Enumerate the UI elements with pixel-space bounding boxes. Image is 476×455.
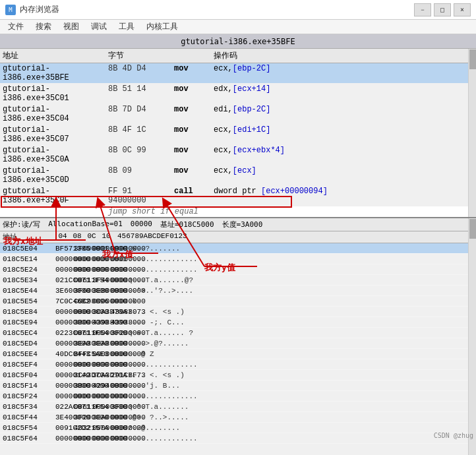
mem-row-addr: 018C5F14	[3, 382, 55, 390]
mem-byte: 00000000	[55, 340, 70, 348]
mem-byte: 3F400000	[92, 276, 107, 284]
mem-byte: 7C0C46B2	[55, 297, 70, 305]
mem-byte: 00000000	[111, 350, 125, 358]
mem-byte: 00000000	[111, 276, 125, 284]
mem-byte: 022AC071	[55, 403, 70, 411]
disasm-row[interactable]: gtutorial-i386.exe+35C0F FF 91 94000000 …	[0, 186, 468, 206]
mem-row-addr: 018C5F04	[3, 371, 55, 379]
minimize-button[interactable]: －	[414, 3, 431, 16]
disasm-scrollbar[interactable]	[468, 49, 476, 217]
close-button[interactable]: ×	[454, 3, 471, 16]
disasm-addr-6: gtutorial-i386.exe+35C0F	[3, 187, 108, 205]
mem-row-addr: 018C5E54	[3, 297, 55, 305]
mem-row[interactable]: 018C5E1400000000000000000000000100000000…	[0, 254, 468, 264]
mem-byte: 00000000	[92, 350, 107, 358]
mem-row[interactable]: 018C5E04BF5713853F6000010000000000000000…	[0, 243, 468, 254]
mem-byte: 3CA3D70A	[74, 371, 88, 379]
mem-scrollbar-thumb[interactable]	[469, 219, 476, 239]
mem-row[interactable]: 018C5EE440DC0443BFFC5AE30000000000000000…	[0, 349, 468, 359]
mem-byte: 42940000	[92, 382, 107, 390]
mem-byte: 3CA3D70A	[92, 445, 107, 446]
jump-comment-text: jump short if equal	[108, 207, 465, 216]
disasm-addr-2: gtutorial-i386.exe+35C04	[3, 105, 108, 123]
mem-ascii: q ..T.a......@?	[128, 276, 193, 284]
mem-base-addr: 基址=018C5000	[160, 220, 214, 229]
menu-view[interactable]: 视图	[58, 20, 84, 34]
mem-ascii: ................	[128, 435, 198, 442]
mem-byte: 00000000	[74, 255, 88, 263]
mem-row[interactable]: 018C5F04000001493CA3D70A3CA3D70A291CBF73…	[0, 370, 468, 380]
mem-byte: 00611F54	[74, 276, 88, 284]
mem-byte: 00000000	[55, 392, 70, 400]
mem-row[interactable]: 018C5EC40223C07100611F54000000003F200000…	[0, 328, 468, 338]
disasm-row[interactable]: gtutorial-i386.exe+35BFE 8B 4D D4 mov ec…	[0, 63, 468, 84]
mem-byte: 3E400000	[55, 413, 70, 421]
mem-row-addr: 018C5E14	[3, 255, 55, 263]
disasm-header: 地址 字节 操作码	[0, 49, 468, 63]
mem-row-addr: 018C5F64	[3, 435, 55, 442]
mem-byte: 00000149	[55, 445, 70, 446]
mem-byte: 3E600000	[55, 287, 70, 295]
disasm-addr-1: gtutorial-i386.exe+35C01	[3, 84, 108, 103]
mem-byte: 021CC071	[55, 276, 70, 284]
disasm-row[interactable]: gtutorial-i386.exe+35C01 8B 51 14 mov ed…	[0, 84, 468, 104]
mem-byte: 3EA80000	[92, 340, 107, 348]
mem-row-addr: 018C5F44	[3, 413, 55, 421]
mem-row[interactable]: 018C5E443E6000003F6000003EB0000000000000…	[0, 286, 468, 296]
disasm-op-3: ecx,[edi+1C]	[214, 125, 465, 144]
disasm-header-opcode: 操作码	[214, 50, 465, 61]
mem-row[interactable]: 018C5EF400000000000000000000000000000000…	[0, 359, 468, 370]
mem-byte: 43988073	[111, 308, 125, 316]
disasm-row[interactable]: gtutorial-i386.exe+35C0D 8B 09 mov ecx,[…	[0, 166, 468, 186]
mem-row[interactable]: 018C5E34021CC07100611F543F40000000000000…	[0, 275, 468, 286]
disasm-row[interactable]: gtutorial-i386.exe+35C04 8B 7D D4 mov ed…	[0, 104, 468, 125]
disasm-row[interactable]: gtutorial-i386.exe+35C0A 8B 0C 99 mov ec…	[0, 145, 468, 166]
menu-debug[interactable]: 调试	[86, 20, 112, 34]
window-title: 内存浏览器	[20, 4, 59, 15]
mem-row-addr: 018C5E24	[3, 266, 55, 274]
disasm-row[interactable]: gtutorial-i386.exe+35C07 8B 4F 1C mov ec…	[0, 125, 468, 145]
mem-byte: 00000000	[92, 403, 107, 411]
mem-byte: 00000000	[111, 340, 125, 348]
mem-row[interactable]: 018C5E547C0C46B2C0C988960000000000000000…	[0, 296, 468, 307]
mem-row-addr: 018C5F34	[3, 403, 55, 411]
mem-byte: 291CBF73	[111, 371, 125, 379]
mem-byte: 00000000	[111, 413, 125, 421]
disasm-bytes-4: 8B 0C 99	[108, 146, 174, 164]
title-bar: M 内存浏览器 － □ ×	[0, 0, 476, 20]
mem-ascii: .@>. ?..>.....	[128, 413, 189, 421]
app-icon: M	[5, 5, 16, 15]
disasm-bytes-3: 8B 4F 1C	[108, 125, 174, 144]
mem-row[interactable]: 018C5F443E4000003F2000003EA0000000000000…	[0, 412, 468, 423]
maximize-button[interactable]: □	[434, 3, 451, 16]
mem-byte: C0C98896	[74, 297, 88, 305]
mem-row[interactable]: 018C5F14000000003B0000004294000000000000…	[0, 380, 468, 391]
mem-byte: 3EA80000	[74, 340, 88, 348]
disasm-mnem-6: call	[174, 187, 214, 205]
mem-allocation-base: AllocationBase=01	[48, 220, 123, 229]
mem-byte: 3EA00000	[92, 413, 107, 421]
mem-row[interactable]: 018C5E94000000003B0000004398800043988000…	[0, 317, 468, 328]
mem-row[interactable]: 018C5ED4000000003EA800003EA8000000000000…	[0, 338, 468, 349]
mem-scrollbar[interactable]	[468, 218, 476, 455]
disasm-mnem-3: mov	[174, 125, 214, 144]
disasm-scrollbar-thumb[interactable]	[469, 49, 476, 69]
subtitle-bar: gtutorial-i386.exe+35BFE	[0, 34, 476, 49]
mem-row[interactable]: 018C5F6400000000000000000000000000000000…	[0, 433, 468, 444]
mem-row[interactable]: 018C5E2400000000000000000000000000000000…	[0, 264, 468, 275]
mem-row[interactable]: 018C5F2400000000000000000000000000000000…	[0, 391, 468, 402]
title-bar-left: M 内存浏览器	[5, 4, 59, 15]
mem-row-addr: 018C5E44	[3, 287, 55, 295]
mem-ascii: ....>.@?......	[128, 340, 189, 348]
menu-search[interactable]: 搜索	[30, 20, 57, 34]
menu-kernel-tools[interactable]: 内核工具	[141, 20, 183, 34]
mem-row[interactable]: 018C5F74000001493CA3D70A3CA3D70A2DE0B073…	[0, 444, 468, 446]
mem-byte: 00000000	[55, 382, 70, 390]
menu-tools[interactable]: 工具	[113, 20, 140, 34]
mem-byte: 3F200000	[111, 329, 125, 337]
menu-file[interactable]: 文件	[3, 20, 29, 34]
mem-byte: 00000000	[111, 287, 125, 295]
mem-row[interactable]: 018C5F540091C2D24032157A0000000000000000…	[0, 423, 468, 433]
mem-row[interactable]: 018C5F34022AC07100611F54000000003F000000…	[0, 402, 468, 412]
mem-row[interactable]: 018C5E8400000000000000003CA3D70A43988073…	[0, 307, 468, 317]
